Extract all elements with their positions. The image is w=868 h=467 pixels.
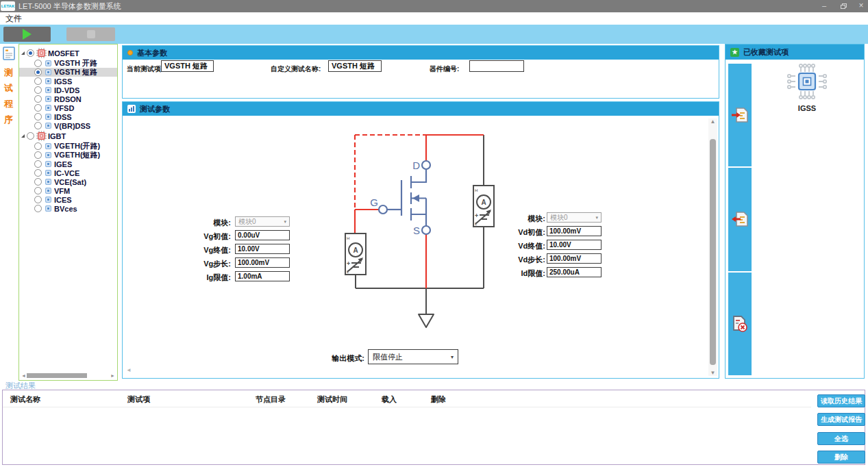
tree-item-vfsd[interactable]: VFSD <box>19 103 117 112</box>
radio[interactable] <box>34 104 42 112</box>
module-select-left[interactable]: 模块0 ▾ <box>235 216 290 227</box>
radio[interactable] <box>34 178 42 186</box>
tree-item-label: IGSS <box>54 77 72 86</box>
radio[interactable] <box>34 60 42 67</box>
restore-button[interactable] <box>841 3 847 9</box>
tree-item-iges[interactable]: IGES <box>19 160 117 168</box>
tree-item-id-vds[interactable]: ID-VDS <box>19 86 117 94</box>
test-program-icon <box>3 47 15 60</box>
radio[interactable] <box>34 113 42 121</box>
module-select-right[interactable]: 模块0 ▾ <box>547 212 602 223</box>
app-window: LETAK LET-5000 半导体参数测量系统 – × 文件 测试程序 MOS… <box>0 0 868 467</box>
radio[interactable] <box>34 187 42 194</box>
radio-igbt[interactable] <box>27 132 34 140</box>
menu-bar: 文件 <box>0 12 868 25</box>
basic-params-panel: 基本参数 当前测试项: 自定义测试名称: 器件编号: <box>122 45 719 99</box>
scroll-left-icon[interactable]: ◄ <box>126 367 132 373</box>
chart-icon <box>127 105 136 113</box>
delete-button[interactable]: 删除 <box>817 451 865 464</box>
ig-limit-input[interactable] <box>235 271 290 281</box>
stop-button[interactable] <box>66 27 115 41</box>
radio[interactable] <box>34 196 42 203</box>
remove-favorite-button[interactable] <box>728 168 752 270</box>
radio[interactable] <box>34 77 42 85</box>
radio-mosfet[interactable] <box>27 49 34 57</box>
radio[interactable] <box>34 205 42 212</box>
run-button[interactable] <box>3 27 51 42</box>
custom-test-name-label: 自定义测试名称: <box>271 64 321 74</box>
vg-step-input[interactable] <box>235 257 290 268</box>
vd-end-input[interactable] <box>547 240 602 250</box>
scrollbar-thumb[interactable] <box>27 373 87 378</box>
tree-item-label: IDSS <box>54 113 72 121</box>
vg-end-label: Vg终值: <box>165 245 231 255</box>
tree-item-ic-vce[interactable]: IC-VCE <box>19 168 117 177</box>
tree-item-vgeth-short[interactable]: VGETH(短路) <box>19 151 117 160</box>
tree-item-vce-sat[interactable]: VCE(Sat) <box>19 177 117 186</box>
custom-test-name-input[interactable] <box>328 60 382 72</box>
menu-file[interactable]: 文件 <box>5 12 22 25</box>
test-params-panel: 测试参数 模块: 模块0 ▾ Vg初值: Vg终值: Vg步长: Ig限值: 模… <box>122 101 719 379</box>
vg-start-input[interactable] <box>235 230 290 240</box>
test-params-horizontal-scrollbar[interactable]: ◄ <box>125 366 706 375</box>
radio[interactable] <box>34 68 42 76</box>
radio[interactable] <box>34 86 42 94</box>
tree-item-igss[interactable]: IGSS <box>19 77 117 86</box>
expander-icon[interactable] <box>21 51 25 55</box>
radio[interactable] <box>34 160 42 168</box>
window-title: LET-5000 半导体参数测量系统 <box>18 0 121 12</box>
radio[interactable] <box>34 95 42 103</box>
title-bar: LETAK LET-5000 半导体参数测量系统 – × <box>0 0 868 12</box>
test-params-vertical-scrollbar[interactable]: ▲ ▼ <box>708 118 717 376</box>
radio[interactable] <box>34 169 42 177</box>
vd-start-input[interactable] <box>547 226 602 236</box>
id-limit-input[interactable] <box>547 267 602 277</box>
radio[interactable] <box>34 122 42 129</box>
module-select-right-value: 模块0 <box>550 213 568 223</box>
tree-item-vbrdss[interactable]: V(BR)DSS <box>19 121 117 130</box>
side-tab-test-program[interactable]: 测试程序 <box>0 44 18 381</box>
header-separator <box>3 407 811 407</box>
radio[interactable] <box>34 151 42 159</box>
close-button[interactable]: × <box>856 0 866 12</box>
tree-item-rdson[interactable]: RDSON <box>19 94 117 103</box>
tree-item-ices[interactable]: ICES <box>19 195 117 204</box>
vd-step-input[interactable] <box>547 253 602 264</box>
test-item-icon <box>45 122 52 129</box>
tree-item-idss[interactable]: IDSS <box>19 112 117 121</box>
select-all-button[interactable]: 全选 <box>817 432 865 445</box>
add-favorite-button[interactable] <box>728 64 752 166</box>
tree-item-label: IC-VCE <box>54 169 79 177</box>
tree-group-label: IGBT <box>48 132 66 140</box>
test-item-icon <box>45 160 52 168</box>
minimize-button[interactable]: – <box>819 0 829 12</box>
scroll-right-icon[interactable]: ► <box>110 373 115 379</box>
clear-favorites-button[interactable] <box>728 273 752 375</box>
scroll-left-icon[interactable]: ◄ <box>21 373 26 379</box>
scroll-down-icon[interactable]: ▼ <box>708 370 717 376</box>
current-test-item-input[interactable] <box>161 60 214 72</box>
tree-group-mosfet[interactable]: MOSFET <box>19 47 117 59</box>
scroll-up-icon[interactable]: ▲ <box>708 118 717 125</box>
output-mode-select[interactable]: 限值停止 ▾ <box>368 349 458 364</box>
test-item-icon <box>45 60 52 67</box>
device-id-input[interactable] <box>469 60 524 72</box>
tree-item-label: VCE(Sat) <box>54 178 86 186</box>
output-mode-value: 限值停止 <box>373 352 403 362</box>
scrollbar-thumb[interactable] <box>710 139 716 365</box>
tree-horizontal-scrollbar[interactable]: ◄ ► <box>21 373 115 379</box>
expander-icon[interactable] <box>21 134 25 138</box>
read-history-button[interactable]: 读取历史结果 <box>817 394 865 407</box>
chip-icon-large <box>786 64 828 99</box>
favorite-item-igss[interactable]: IGSS <box>786 64 828 112</box>
vg-end-input[interactable] <box>235 244 290 254</box>
smu-high-label: H <box>347 236 349 240</box>
generate-report-button[interactable]: 生成测试报告 <box>817 413 865 426</box>
results-table: 测试名称 测试项 节点目录 测试时间 载入 删除 读取历史结果 生成测试报告 全… <box>2 390 865 465</box>
tree-item-vgsth-short[interactable]: VGSTH 短路 <box>19 68 117 77</box>
radio[interactable] <box>34 142 42 150</box>
favorites-title: 已收藏测试项 <box>743 47 789 58</box>
tree-group-igbt[interactable]: IGBT <box>19 130 117 142</box>
tree-item-vfm[interactable]: VFM <box>19 186 117 195</box>
tree-item-bvces[interactable]: BVces <box>19 204 117 213</box>
